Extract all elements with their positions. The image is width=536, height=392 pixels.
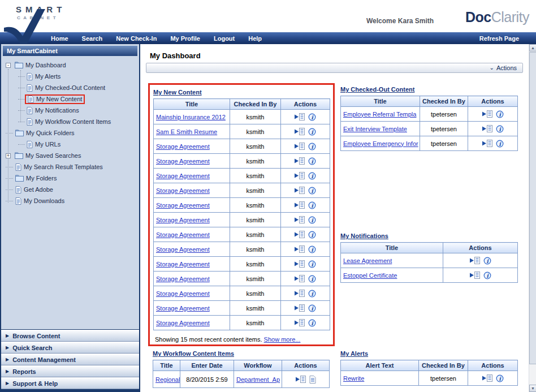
info-icon[interactable]: i <box>308 319 316 327</box>
sidebar-item-my-notifications[interactable]: My Notifications <box>1 105 139 116</box>
refresh-page-link[interactable]: Refresh Page <box>479 35 519 42</box>
route-icon[interactable] <box>295 128 305 135</box>
panel-title-my-notifications[interactable]: My Notifications <box>340 232 388 239</box>
scroll-up-button[interactable]: ▲ <box>529 44 536 51</box>
info-icon[interactable]: i <box>308 187 316 195</box>
info-icon[interactable]: i <box>308 260 316 268</box>
content-link[interactable]: Storage Agreement <box>156 275 210 282</box>
sidebar-item-my-dashboard[interactable]: -My Dashboard <box>1 59 139 71</box>
info-icon[interactable]: i <box>308 216 316 224</box>
route-icon[interactable] <box>295 304 305 312</box>
sidebar-item-my-urls[interactable]: My URLs <box>1 139 139 150</box>
content-link[interactable]: Storage Agreement <box>156 261 210 268</box>
content-link[interactable]: Employee Emergency Infor <box>343 140 418 147</box>
info-icon[interactable]: i <box>308 157 316 165</box>
sidebar-item-get-adobe[interactable]: Get Adobe <box>1 184 139 195</box>
content-link[interactable]: Storage Agreement <box>156 231 210 238</box>
route-icon[interactable] <box>295 260 305 268</box>
nav-help[interactable]: Help <box>248 35 262 42</box>
info-icon[interactable]: i <box>308 172 316 180</box>
info-icon[interactable]: i <box>308 304 316 312</box>
content-link[interactable]: Storage Agreement <box>156 143 210 150</box>
accordion-quick-search[interactable]: ▶Quick Search <box>1 342 139 354</box>
sidebar-item-my-workflow-content-items[interactable]: My Workflow Content Items <box>1 116 139 127</box>
route-icon[interactable] <box>295 201 305 209</box>
route-icon[interactable] <box>295 172 305 179</box>
accordion-reports[interactable]: ▶Reports <box>1 365 139 377</box>
route-icon[interactable] <box>482 110 492 118</box>
route-icon[interactable] <box>482 125 492 132</box>
expand-icon[interactable]: + <box>6 153 11 158</box>
content-link[interactable]: Storage Agreement <box>156 158 210 165</box>
info-icon[interactable]: i <box>483 272 491 279</box>
nav-logout[interactable]: Logout <box>214 35 235 42</box>
route-icon[interactable] <box>295 319 305 326</box>
route-icon[interactable] <box>295 143 305 150</box>
route-icon[interactable] <box>482 374 492 382</box>
accordion-content-management[interactable]: ▶Content Management <box>1 354 139 365</box>
document-icon[interactable] <box>309 376 316 384</box>
route-icon[interactable] <box>470 257 480 264</box>
content-link[interactable]: Regional <box>155 376 180 383</box>
route-icon[interactable] <box>295 275 305 282</box>
sidebar-item-my-saved-searches[interactable]: +My Saved Searches <box>1 150 139 161</box>
sidebar-item-my-alerts[interactable]: My Alerts <box>1 71 139 82</box>
nav-search[interactable]: Search <box>82 35 103 42</box>
content-link[interactable]: Storage Agreement <box>156 246 210 253</box>
actions-dropdown[interactable]: ⌄Actions <box>146 63 523 73</box>
sidebar-item-my-quick-folders[interactable]: My Quick Folders <box>1 127 139 139</box>
content-link[interactable]: Employee Referral Templa <box>343 111 416 118</box>
panel-title-my-workflow-content-items[interactable]: My Workflow Content Items <box>153 350 234 357</box>
content-link[interactable]: Mainship Insurance 2012 <box>156 114 226 120</box>
route-icon[interactable] <box>482 140 492 147</box>
panel-title-my-alerts[interactable]: My Alerts <box>340 350 368 357</box>
panel-title-my-checked-out-content[interactable]: My Checked-Out Content <box>340 86 414 93</box>
sidebar-item-my-new-content[interactable]: My New Content <box>1 93 139 105</box>
info-icon[interactable]: i <box>308 231 316 239</box>
info-icon[interactable]: i <box>496 110 504 118</box>
info-icon[interactable]: i <box>496 140 504 148</box>
info-icon[interactable]: i <box>308 275 316 283</box>
info-icon[interactable]: i <box>496 125 504 133</box>
sidebar-item-my-search-result-templates[interactable]: My Search Result Templates <box>1 161 139 173</box>
content-link[interactable]: Storage Agreement <box>156 187 210 194</box>
nav-my-profile[interactable]: My Profile <box>170 35 200 42</box>
route-icon[interactable] <box>296 376 306 383</box>
info-icon[interactable]: i <box>308 143 316 150</box>
route-icon[interactable] <box>295 113 305 120</box>
scroll-down-button[interactable]: ▼ <box>529 385 536 392</box>
content-link[interactable]: Storage Agreement <box>156 290 210 297</box>
info-icon[interactable]: i <box>483 257 491 265</box>
panel-title-my-new-content[interactable]: My New Content <box>153 89 202 96</box>
vertical-scrollbar[interactable]: ▲ ▼ <box>529 44 536 392</box>
content-link[interactable]: Sam E Smith Resume <box>156 128 217 135</box>
route-icon[interactable] <box>295 216 305 223</box>
route-icon[interactable] <box>295 157 305 165</box>
accordion-support-help[interactable]: ▶Support & Help <box>1 377 139 389</box>
info-icon[interactable]: i <box>308 245 316 253</box>
info-icon[interactable]: i <box>496 374 504 382</box>
scrollbar-thumb[interactable] <box>529 52 536 364</box>
sidebar-item-my-checked-out-content[interactable]: My Checked-Out Content <box>1 82 139 93</box>
content-link[interactable]: Rewrite <box>343 375 364 382</box>
info-icon[interactable]: i <box>308 128 316 136</box>
nav-new-check-in[interactable]: New Check-In <box>116 35 157 42</box>
content-link[interactable]: Lease Agreement <box>343 257 392 264</box>
content-link[interactable]: Storage Agreement <box>156 217 210 223</box>
content-link[interactable]: Estoppel Certificate <box>343 272 397 279</box>
info-icon[interactable]: i <box>308 201 316 209</box>
sidebar-item-my-folders[interactable]: My Folders <box>1 173 139 184</box>
route-icon[interactable] <box>295 290 305 297</box>
route-icon[interactable] <box>295 245 305 253</box>
content-link[interactable]: Storage Agreement <box>156 320 210 326</box>
route-icon[interactable] <box>470 272 480 279</box>
content-link[interactable]: Storage Agreement <box>156 202 210 209</box>
content-link[interactable]: Storage Agreement <box>156 173 210 179</box>
info-icon[interactable]: i <box>308 290 316 298</box>
route-icon[interactable] <box>295 231 305 238</box>
route-icon[interactable] <box>295 187 305 194</box>
info-icon[interactable]: i <box>308 113 316 121</box>
sidebar-item-my-downloads[interactable]: My Downloads <box>1 195 139 206</box>
content-link[interactable]: Exit Interview Template <box>343 126 407 132</box>
collapse-icon[interactable]: - <box>6 63 11 68</box>
